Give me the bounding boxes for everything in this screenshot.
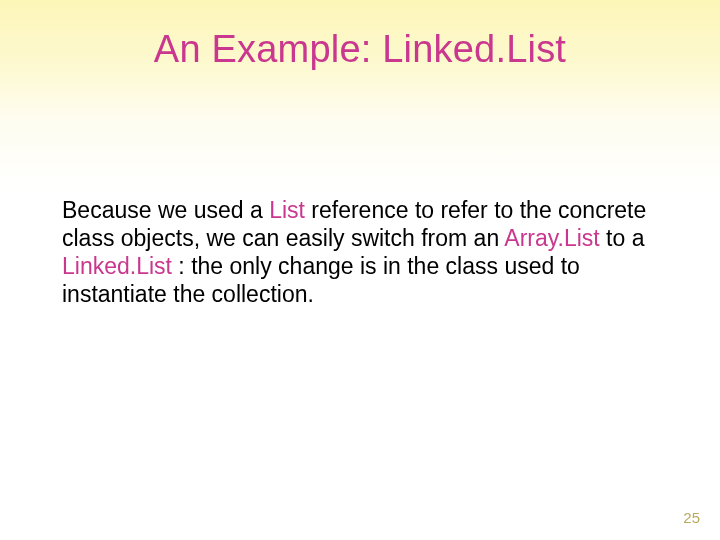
slide-body: Because we used a List reference to refe… xyxy=(62,196,660,308)
highlight-linkedlist: Linked.List xyxy=(62,253,172,279)
highlight-arraylist: Array.List xyxy=(504,225,599,251)
page-number: 25 xyxy=(683,509,700,526)
slide-title: An Example: Linked.List xyxy=(0,28,720,71)
highlight-list: List xyxy=(269,197,305,223)
body-text-3: to a xyxy=(600,225,645,251)
slide: An Example: Linked.List Because we used … xyxy=(0,0,720,540)
body-text-1: Because we used a xyxy=(62,197,269,223)
